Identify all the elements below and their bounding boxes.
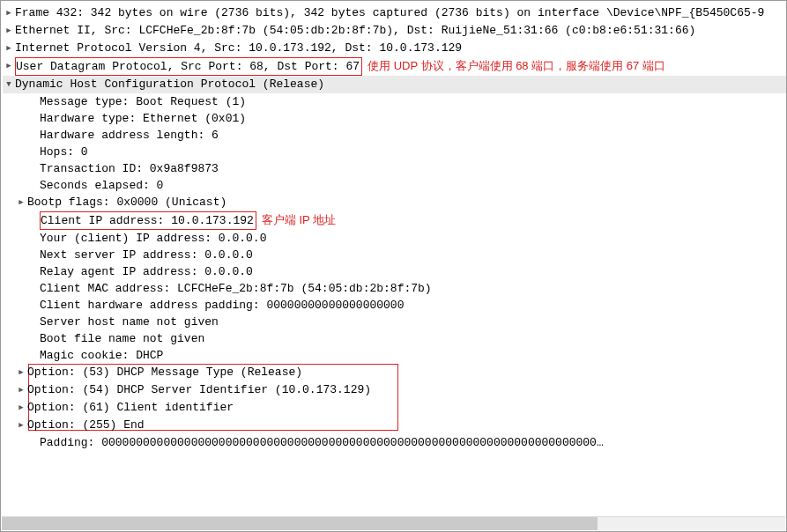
siaddr-text: Next server IP address: 0.0.0.0 [40, 247, 253, 263]
opt61-row[interactable]: Option: (61) Client identifier [3, 399, 786, 417]
dhcp-row[interactable]: Dynamic Host Configuration Protocol (Rel… [3, 76, 786, 93]
ethernet-row[interactable]: Ethernet II, Src: LCFCHeFe_2b:8f:7b (54:… [3, 22, 786, 40]
ip-text: Internet Protocol Version 4, Src: 10.0.1… [15, 40, 462, 56]
msg-type-text: Message type: Boot Request (1) [40, 93, 246, 110]
sname-text: Server host name not given [40, 314, 219, 330]
pad-text: Padding: 0000000000000000000000000000000… [40, 434, 604, 451]
packet-details-tree[interactable]: Frame 432: 342 bytes on wire (2736 bits)… [1, 1, 786, 451]
opt255-row[interactable]: Option: (255) End [3, 417, 786, 434]
collapse-icon[interactable] [3, 76, 15, 93]
opt255-text: Option: (255) End [27, 417, 145, 433]
hw-len-row[interactable]: Hardware address length: 6 [3, 127, 786, 144]
sname-row[interactable]: Server host name not given [3, 314, 786, 330]
opt54-row[interactable]: Option: (54) DHCP Server Identifier (10.… [3, 381, 786, 399]
secs-row[interactable]: Seconds elapsed: 0 [3, 177, 786, 194]
cookie-text: Magic cookie: DHCP [40, 347, 163, 364]
expand-icon[interactable] [3, 4, 15, 22]
opt61-text: Option: (61) Client identifier [27, 399, 234, 416]
giaddr-row[interactable]: Relay agent IP address: 0.0.0.0 [3, 263, 786, 280]
opt53-text: Option: (53) DHCP Message Type (Release) [27, 364, 302, 381]
udp-row[interactable]: User Datagram Protocol, Src Port: 68, Ds… [3, 57, 786, 76]
horizontal-scrollbar[interactable] [2, 516, 785, 530]
expand-icon[interactable] [3, 57, 15, 75]
ip-row[interactable]: Internet Protocol Version 4, Src: 10.0.1… [3, 40, 786, 57]
expand-icon[interactable] [15, 381, 27, 399]
opt54-text: Option: (54) DHCP Server Identifier (10.… [27, 381, 371, 398]
flags-row[interactable]: Bootp flags: 0x0000 (Unicast) [3, 194, 786, 211]
ciaddr-text: Client IP address: 10.0.173.192 [40, 211, 256, 230]
cookie-row[interactable]: Magic cookie: DHCP [3, 347, 786, 364]
scrollbar-thumb[interactable] [2, 517, 598, 530]
secs-text: Seconds elapsed: 0 [40, 177, 163, 194]
udp-text: User Datagram Protocol, Src Port: 68, Ds… [15, 57, 362, 76]
yiaddr-row[interactable]: Your (client) IP address: 0.0.0.0 [3, 230, 786, 247]
frame-row[interactable]: Frame 432: 342 bytes on wire (2736 bits)… [3, 4, 786, 22]
hw-len-text: Hardware address length: 6 [40, 127, 219, 144]
txid-row[interactable]: Transaction ID: 0x9a8f9873 [3, 160, 786, 177]
chaddr-row[interactable]: Client MAC address: LCFCHeFe_2b:8f:7b (5… [3, 280, 786, 297]
padding-row[interactable]: Client hardware address padding: 0000000… [3, 297, 786, 314]
file-text: Boot file name not given [40, 330, 204, 347]
ciaddr-row[interactable]: Client IP address: 10.0.173.192 客户端 IP 地… [3, 211, 786, 230]
expand-icon[interactable] [3, 40, 15, 57]
hw-type-text: Hardware type: Ethernet (0x01) [40, 110, 246, 127]
pad-row[interactable]: Padding: 0000000000000000000000000000000… [3, 434, 786, 451]
file-row[interactable]: Boot file name not given [3, 330, 786, 347]
msg-type-row[interactable]: Message type: Boot Request (1) [3, 93, 786, 110]
expand-icon[interactable] [15, 364, 27, 381]
udp-annotation: 使用 UDP 协议，客户端使用 68 端口，服务端使用 67 端口 [368, 57, 665, 74]
expand-icon[interactable] [15, 417, 27, 434]
padding-text: Client hardware address padding: 0000000… [40, 297, 404, 314]
yiaddr-text: Your (client) IP address: 0.0.0.0 [40, 230, 266, 247]
txid-text: Transaction ID: 0x9a8f9873 [40, 160, 219, 177]
expand-icon[interactable] [15, 399, 27, 417]
hw-type-row[interactable]: Hardware type: Ethernet (0x01) [3, 110, 786, 127]
hops-row[interactable]: Hops: 0 [3, 144, 786, 160]
giaddr-text: Relay agent IP address: 0.0.0.0 [40, 263, 253, 280]
expand-icon[interactable] [3, 22, 15, 40]
ciaddr-annotation: 客户端 IP 地址 [262, 211, 336, 228]
expand-icon[interactable] [15, 194, 27, 211]
flags-text: Bootp flags: 0x0000 (Unicast) [27, 194, 226, 211]
ethernet-text: Ethernet II, Src: LCFCHeFe_2b:8f:7b (54:… [15, 22, 695, 39]
siaddr-row[interactable]: Next server IP address: 0.0.0.0 [3, 247, 786, 263]
dhcp-text: Dynamic Host Configuration Protocol (Rel… [15, 76, 324, 92]
frame-text: Frame 432: 342 bytes on wire (2736 bits)… [15, 4, 764, 21]
chaddr-text: Client MAC address: LCFCHeFe_2b:8f:7b (5… [40, 280, 432, 297]
opt53-row[interactable]: Option: (53) DHCP Message Type (Release) [3, 364, 786, 381]
hops-text: Hops: 0 [40, 144, 88, 160]
